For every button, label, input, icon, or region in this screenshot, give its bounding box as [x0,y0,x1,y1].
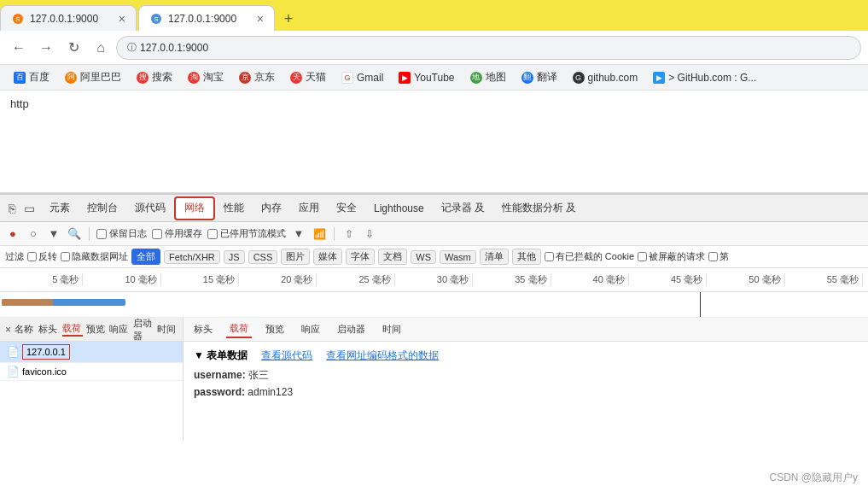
bookmark-translate[interactable]: 翻 翻译 [515,67,564,88]
new-tab-button[interactable]: + [277,7,300,31]
preserve-log-check[interactable]: 保留日志 [96,227,147,240]
browser-tab-1[interactable]: S 127.0.0.1:9000 × [0,5,137,31]
name-panel: × 名称 标头 载荷 预览 响应 启动器 时间 📄 127.0.0.1 📄 fa… [0,318,184,441]
bookmark-baidu[interactable]: 百 百度 [7,67,56,88]
preserve-log-checkbox[interactable] [96,229,107,239]
download-btn[interactable]: ⇩ [362,226,377,242]
filter-img-btn[interactable]: 图片 [281,249,310,265]
filter-font-btn[interactable]: 字体 [346,249,375,265]
bookmark-jd[interactable]: 京 京东 [232,67,282,88]
filter-js-btn[interactable]: JS [224,250,245,264]
devtools-tab-memory[interactable]: 内存 [253,196,290,220]
filter-wasm-btn[interactable]: Wasm [440,250,476,264]
throttle-checkbox[interactable] [207,229,218,239]
filter-ws-btn[interactable]: WS [411,250,436,264]
bookmark-youtube[interactable]: ▶ YouTube [392,67,461,88]
detail-tab-preview[interactable]: 预览 [262,321,288,337]
devtools-tab-recorder[interactable]: 记录器 及 [433,196,493,220]
bookmark-github2[interactable]: ▶ > GitHub.com : G... [646,67,763,88]
detail-tab-timing[interactable]: 时间 [379,321,405,337]
forward-button[interactable]: → [34,36,58,60]
blocked-cookie-check[interactable]: 有已拦截的 Cookie [545,250,634,263]
devtools-tab-performance[interactable]: 性能 [215,196,253,220]
view-source-link[interactable]: 查看源代码 [261,348,312,363]
svg-text:S: S [154,15,158,23]
invert-check[interactable]: 反转 [27,250,57,263]
divider1 [89,227,90,241]
detail-tab-response[interactable]: 响应 [298,321,323,337]
bookmark-taobao[interactable]: 淘 淘宝 [181,67,230,88]
tab1-close-btn[interactable]: × [119,13,125,25]
maps-icon: 地 [470,72,482,84]
record-btn[interactable]: ● [5,226,20,242]
filter-other-btn[interactable]: 其他 [512,249,541,265]
devtools-tab-network[interactable]: 网络 [174,196,215,220]
bookmark-tianmao[interactable]: 天 天猫 [283,67,333,88]
tab1-title: 127.0.0.1:9000 [30,13,112,25]
back-button[interactable]: ← [7,36,31,60]
devtools-tab-sources[interactable]: 源代码 [126,196,174,220]
tick-15ms: 15 毫秒 [161,273,239,286]
url-text: 127.0.0.1:9000 [140,42,208,54]
throttle-check[interactable]: 已停用节流模式 [207,227,286,240]
tianmao-icon: 天 [290,72,302,84]
wifi-icon[interactable]: 📶 [312,226,327,242]
name-item-127[interactable]: 📄 127.0.0.1 [0,342,183,363]
devtools-tab-performance-insights[interactable]: 性能数据分析 及 [493,196,585,220]
bookmark-github[interactable]: G github.com [566,67,645,88]
devtools-tab-security[interactable]: 安全 [328,196,365,220]
bookmark-alibaba[interactable]: 阿 阿里巴巴 [58,67,128,88]
bookmark-gmail[interactable]: G Gmail [335,67,390,88]
address-bar: ← → ↻ ⌂ ⓘ 127.0.0.1:9000 [0,31,868,65]
tab1-favicon: S [11,12,25,26]
filter-fetch-btn[interactable]: Fetch/XHR [164,250,220,264]
filter-css-btn[interactable]: CSS [248,250,278,264]
username-key: username: [194,369,248,381]
devtools-tab-application[interactable]: 应用 [290,196,328,220]
devtools-device-icon[interactable]: ▭ [20,200,38,217]
filter-doc-btn[interactable]: 文档 [378,249,407,265]
password-value: admin123 [248,386,293,398]
bookmark-search[interactable]: 搜 搜索 [130,67,179,88]
disable-cache-checkbox[interactable] [152,229,162,239]
view-url-encoded-link[interactable]: 查看网址编码格式的数据 [326,348,439,363]
tab2-close-btn[interactable]: × [257,13,264,25]
home-button[interactable]: ⌂ [89,36,113,60]
detail-tab-header[interactable]: 标头 [190,321,216,337]
upload-btn[interactable]: ⇧ [341,226,357,242]
bookmark-maps[interactable]: 地 地图 [463,67,513,88]
devtools-tab-lighthouse[interactable]: Lighthouse [365,196,433,220]
bookmark-alibaba-label: 阿里巴巴 [80,70,121,85]
tick-45ms: 45 毫秒 [629,273,707,286]
url-input[interactable]: ⓘ 127.0.0.1:9000 [116,36,861,60]
name-item-favicon[interactable]: 📄 favicon.ico [0,363,183,381]
devtools-tab-elements[interactable]: 元素 [41,196,79,220]
password-key: password: [194,386,248,398]
filter-media-btn[interactable]: 媒体 [313,249,342,265]
username-value: 张三 [248,369,269,381]
filter-all-btn[interactable]: 全部 [131,249,160,265]
reload-button[interactable]: ↻ [61,36,85,60]
filter-manifest-btn[interactable]: 清单 [480,249,509,265]
header-col: 标头 [38,323,59,336]
tick-55ms: 55 毫秒 [785,273,863,286]
detail-tab-initiator[interactable]: 启动器 [334,321,369,337]
devtools-inspect-icon[interactable]: ⎘ [3,200,20,217]
bookmark-taobao-label: 淘宝 [203,70,224,85]
third-party-check[interactable]: 第 [708,250,729,263]
timeline-ticks: 5 毫秒 10 毫秒 15 毫秒 20 毫秒 25 毫秒 30 毫秒 35 毫秒… [5,273,863,286]
hide-data-url-check[interactable]: 隐藏数据网址 [61,250,128,263]
throttle-dropdown[interactable]: ▼ [291,226,306,242]
disable-cache-check[interactable]: 停用缓存 [152,227,202,240]
detail-tab-payload[interactable]: 载荷 [226,320,252,338]
name-panel-close-btn[interactable]: × [5,324,11,336]
bookmark-translate-label: 翻译 [537,70,557,85]
devtools-tab-console[interactable]: 控制台 [79,196,126,220]
blocked-req-check[interactable]: 被屏蔽的请求 [638,250,705,263]
filter-btn-icon[interactable]: ▼ [46,226,61,242]
clear-btn[interactable]: ○ [26,226,41,242]
bookmark-gmail-label: Gmail [357,72,383,84]
bookmark-jd-label: 京东 [254,70,275,85]
search-btn[interactable]: 🔍 [67,226,82,242]
browser-tab-2[interactable]: S 127.0.0.1:9000 × [138,5,275,31]
